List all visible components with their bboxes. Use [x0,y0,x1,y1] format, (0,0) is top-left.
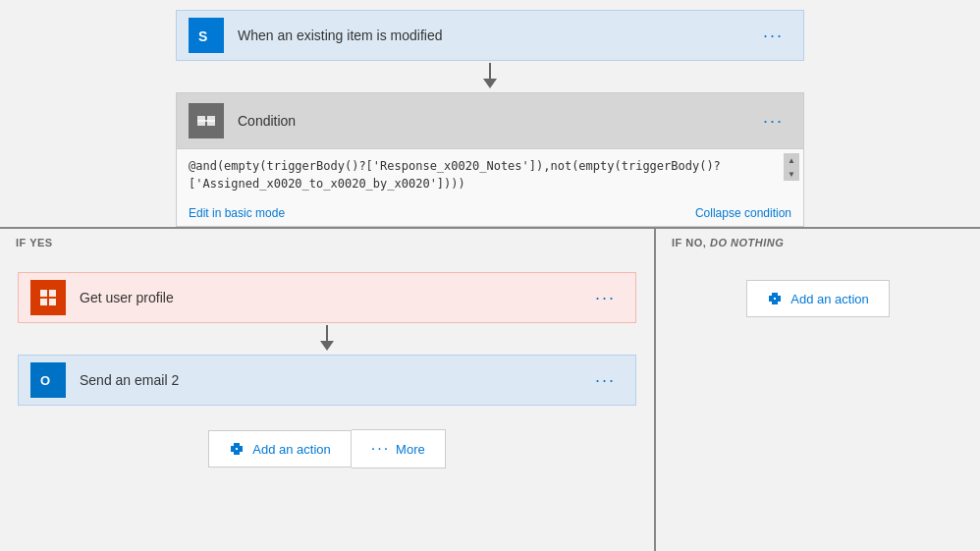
scroll-down[interactable]: ▼ [784,167,799,181]
scroll-arrows[interactable]: ▲ ▼ [784,153,799,181]
arrow-connector-1 [480,61,500,92]
outlook-icon: O [30,362,66,398]
collapse-condition-link[interactable]: Collapse condition [695,206,791,220]
condition-body: @and(empty(triggerBody()?['Response_x002… [177,148,803,200]
condition-card: Condition ··· @and(empty(triggerBody()?[… [176,92,804,227]
edit-basic-mode-link[interactable]: Edit in basic mode [189,206,285,220]
if-no-label: IF NO, DO NOTHING [656,229,799,256]
get-user-profile-title: Get user profile [80,290,587,305]
if-yes-label: IF YES [0,229,69,256]
svg-rect-19 [234,450,240,455]
svg-rect-18 [234,443,240,448]
condition-footer: Edit in basic mode Collapse condition [177,200,803,226]
svg-rect-9 [49,290,56,297]
send-email-title: Send an email 2 [80,372,587,388]
trigger-card: S When an existing item is modified ··· [176,10,804,61]
send-email-card: O Send an email 2 ··· [18,355,636,406]
more-action-button[interactable]: ··· More [352,429,446,468]
condition-header: Condition ··· [177,93,803,148]
svg-rect-22 [772,293,778,298]
condition-more-button[interactable]: ··· [755,107,791,136]
send-email-more[interactable]: ··· [587,366,624,395]
get-user-profile-card: Get user profile ··· [18,272,636,323]
more-dots-icon: ··· [371,440,390,458]
add-action-button-right[interactable]: Add an action [746,280,890,317]
office-icon [30,280,66,315]
scroll-up[interactable]: ▲ [784,153,799,167]
svg-marker-3 [483,79,497,88]
add-action-icon-right [767,291,783,306]
condition-formula: @and(empty(triggerBody()?['Response_x002… [189,157,791,193]
if-no-panel: IF NO, DO NOTHING Add an action [656,229,980,551]
trigger-title: When an existing item is modified [238,28,755,43]
svg-rect-11 [49,299,56,305]
split-layout: IF YES Get user profile ··· [0,227,980,551]
svg-text:S: S [198,28,207,44]
svg-text:O: O [40,373,50,388]
svg-marker-13 [320,341,334,351]
svg-rect-8 [40,290,47,297]
svg-rect-23 [772,300,778,304]
sharepoint-icon: S [189,18,224,53]
condition-title: Condition [238,113,755,129]
if-yes-panel: IF YES Get user profile ··· [0,229,656,551]
svg-rect-10 [40,299,47,305]
condition-icon [189,103,224,138]
bottom-actions-left: Add an action ··· More [208,429,445,468]
get-user-profile-more[interactable]: ··· [587,284,624,312]
trigger-more-button[interactable]: ··· [755,22,791,50]
svg-rect-7 [36,286,60,309]
add-action-button-left[interactable]: Add an action [208,430,352,468]
arrow-connector-2 [317,323,337,355]
add-action-icon-left [229,441,245,457]
